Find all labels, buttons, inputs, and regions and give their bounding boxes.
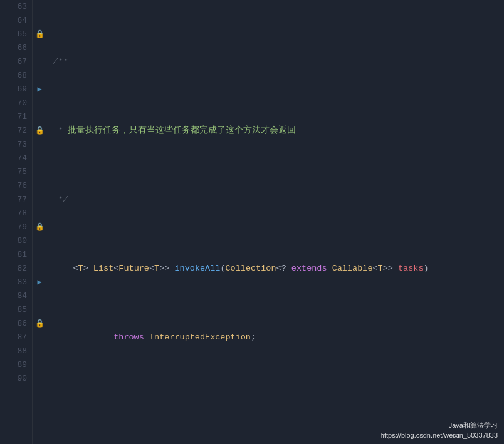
gutter-66 xyxy=(33,41,46,55)
gutter-70 xyxy=(33,96,46,110)
code-line-65: */ xyxy=(53,193,504,207)
ln-88: 88 xyxy=(5,344,27,358)
gutter-89 xyxy=(33,358,46,372)
ln-63: 63 xyxy=(5,0,27,14)
ln-85: 85 xyxy=(5,303,27,317)
ln-70: 70 xyxy=(5,96,27,110)
ln-87: 87 xyxy=(5,331,27,344)
ln-90: 90 xyxy=(5,372,27,386)
ln-86: 86 xyxy=(5,317,27,331)
ln-89: 89 xyxy=(5,358,27,372)
code-line-67: throws InterruptedException; xyxy=(53,331,504,344)
gutter-64 xyxy=(33,14,46,28)
ln-67: 67 xyxy=(5,55,27,69)
gutter-69: ▶ xyxy=(33,83,46,96)
code-line-64: * 批量执行任务，只有当这些任务都完成了这个方法才会返回 xyxy=(53,124,504,138)
gutter-76 xyxy=(33,179,46,193)
ln-84: 84 xyxy=(5,289,27,303)
gutter-88 xyxy=(33,344,46,358)
gutter-73 xyxy=(33,138,46,152)
gutter-86: 🔒 xyxy=(33,317,46,331)
ln-81: 81 xyxy=(5,248,27,262)
watermark: Java和算法学习 https://blog.csdn.net/weixin_5… xyxy=(381,420,498,440)
gutter-87 xyxy=(33,331,46,344)
ln-76: 76 xyxy=(5,179,27,193)
gutter-82 xyxy=(33,262,46,276)
code-line-63: /** xyxy=(53,55,504,69)
ln-66: 66 xyxy=(5,41,27,55)
gutter-85 xyxy=(33,303,46,317)
ln-83: 83 xyxy=(5,276,27,289)
watermark-line1: Java和算法学习 xyxy=(381,420,498,430)
gutter-78 xyxy=(33,207,46,220)
gutter-80 xyxy=(33,234,46,248)
code-editor: 63 64 65 66 67 68 69 70 71 72 73 74 75 7… xyxy=(0,0,504,444)
ln-72: 72 xyxy=(5,124,27,138)
gutter-71 xyxy=(33,110,46,124)
gutter-65: 🔒 xyxy=(33,28,46,41)
ln-71: 71 xyxy=(5,110,27,124)
gutter-84 xyxy=(33,289,46,303)
gutter-63 xyxy=(33,0,46,14)
gutter-67 xyxy=(33,55,46,69)
gutter-83: ▶ xyxy=(33,276,46,289)
ln-73: 73 xyxy=(5,138,27,152)
gutter-72: 🔒 xyxy=(33,124,46,138)
gutter-77 xyxy=(33,193,46,207)
ln-77: 77 xyxy=(5,193,27,207)
ln-69: 69 xyxy=(5,83,27,96)
code-line-66: <T> List<Future<T>> invokeAll(Collection… xyxy=(53,262,504,276)
watermark-line2: https://blog.csdn.net/weixin_50337833 xyxy=(381,430,498,440)
gutter: 🔒 ▶ 🔒 🔒 ▶ 🔒 xyxy=(33,0,46,444)
ln-74: 74 xyxy=(5,152,27,165)
ln-65: 65 xyxy=(5,28,27,41)
gutter-74 xyxy=(33,152,46,165)
ln-64: 64 xyxy=(5,14,27,28)
ln-75: 75 xyxy=(5,165,27,179)
ln-82: 82 xyxy=(5,262,27,276)
ln-80: 80 xyxy=(5,234,27,248)
gutter-79: 🔒 xyxy=(33,220,46,234)
ln-78: 78 xyxy=(5,207,27,220)
gutter-81 xyxy=(33,248,46,262)
code-lines: /** * 批量执行任务，只有当这些任务都完成了这个方法才会返回 */ <T> … xyxy=(46,0,504,444)
gutter-90 xyxy=(33,372,46,386)
ln-68: 68 xyxy=(5,69,27,83)
code-line-68 xyxy=(53,400,504,413)
gutter-68 xyxy=(33,69,46,83)
line-numbers: 63 64 65 66 67 68 69 70 71 72 73 74 75 7… xyxy=(0,0,33,444)
gutter-75 xyxy=(33,165,46,179)
ln-79: 79 xyxy=(5,220,27,234)
